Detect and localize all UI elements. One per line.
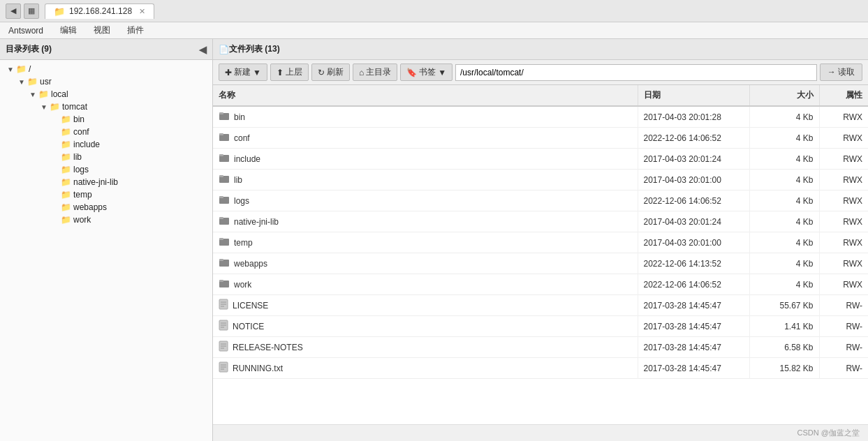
table-row[interactable]: RELEASE-NOTES 2017-03-28 14:45:47 6.58 K… <box>213 337 868 358</box>
cell-attr: RW- <box>819 337 868 358</box>
cell-attr: RW- <box>819 358 868 379</box>
read-label: 读取 <box>838 67 855 77</box>
directory-tree: ▼📁/▼📁usr▼📁local▼📁tomcat▶📁bin▶📁conf▶📁incl… <box>0 60 212 441</box>
folder-icon: 📁 <box>27 77 38 87</box>
refresh-button[interactable]: ↻ 刷新 <box>311 63 350 81</box>
table-row[interactable]: RUNNING.txt 2017-03-28 14:45:47 15.82 Kb… <box>213 358 868 379</box>
cell-size: 4 Kb <box>749 128 819 149</box>
home-button[interactable]: ⌂ 主目录 <box>353 63 397 81</box>
table-row[interactable]: conf 2022-12-06 14:06:52 4 Kb RWX <box>213 128 868 149</box>
cell-name: bin <box>213 106 638 128</box>
folder-icon <box>219 194 230 207</box>
table-row[interactable]: work 2022-12-06 14:06:52 4 Kb RWX <box>213 274 868 295</box>
svg-rect-17 <box>219 280 223 282</box>
table-row[interactable]: NOTICE 2017-03-28 14:45:47 1.41 Kb RW- <box>213 316 868 337</box>
new-arrow-icon: ▼ <box>253 68 261 77</box>
file-name: bin <box>234 112 245 122</box>
table-row[interactable]: lib 2017-04-03 20:01:00 4 Kb RWX <box>213 170 868 190</box>
cell-attr: RWX <box>819 128 868 149</box>
tree-item[interactable]: ▶📁webapps <box>0 201 212 214</box>
tree-item-label: webapps <box>73 202 107 212</box>
tree-item[interactable]: ▼📁local <box>0 88 212 100</box>
tree-item[interactable]: ▶📁work <box>0 214 212 226</box>
cell-date: 2017-04-03 20:01:24 <box>638 149 749 170</box>
tree-item[interactable]: ▼📁usr <box>0 75 212 88</box>
menu-plugin[interactable]: 插件 <box>124 23 147 38</box>
tree-item[interactable]: ▶📁conf <box>0 126 212 138</box>
table-row[interactable]: bin 2017-04-03 20:01:28 4 Kb RWX <box>213 106 868 128</box>
right-panel: 📄 文件列表 (13) ✚ 新建 ▼ ⬆ 上层 ↻ 刷新 ⌂ 主目录 <box>213 39 868 441</box>
menu-edit[interactable]: 编辑 <box>57 23 80 38</box>
cell-name: RELEASE-NOTES <box>213 337 638 358</box>
table-row[interactable]: native-jni-lib 2017-04-03 20:01:24 4 Kb … <box>213 211 868 232</box>
connection-tab[interactable]: 📁 192.168.241.128 ✕ <box>45 3 154 19</box>
new-button[interactable]: ✚ 新建 ▼ <box>219 63 267 81</box>
svg-rect-13 <box>219 238 223 240</box>
tree-item-label: lib <box>73 152 82 162</box>
folder-icon <box>219 257 230 270</box>
path-input[interactable] <box>455 64 817 81</box>
file-panel-header: 📄 文件列表 (13) <box>213 39 868 60</box>
tree-item[interactable]: ▶📁logs <box>0 163 212 176</box>
table-row[interactable]: LICENSE 2017-03-28 14:45:47 55.67 Kb RW- <box>213 295 868 316</box>
cell-name: LICENSE <box>213 295 638 316</box>
cell-size: 1.41 Kb <box>749 316 819 337</box>
folder-icon: 📁 <box>38 89 49 99</box>
folder-icon <box>219 278 230 291</box>
up-icon: ⬆ <box>277 68 284 77</box>
expand-icon[interactable]: ▼ <box>28 89 38 99</box>
folder-icon: 📁 <box>61 165 71 174</box>
plus-icon: ✚ <box>225 68 232 77</box>
cell-date: 2017-03-28 14:45:47 <box>638 337 749 358</box>
up-button[interactable]: ⬆ 上层 <box>270 63 309 81</box>
panel-toggle-button[interactable]: ◀ <box>199 44 207 55</box>
tree-item[interactable]: ▶📁bin <box>0 113 212 126</box>
grid-button[interactable]: ▦ <box>24 3 39 19</box>
menu-view[interactable]: 视图 <box>91 23 113 38</box>
cell-name: lib <box>213 170 638 190</box>
expand-icon[interactable]: ▼ <box>6 64 15 74</box>
tree-item[interactable]: ▶📁temp <box>0 188 212 201</box>
expand-icon[interactable]: ▼ <box>17 77 27 87</box>
folder-icon <box>219 110 230 124</box>
file-name: webapps <box>234 259 267 269</box>
tree-item[interactable]: ▼📁/ <box>0 63 212 75</box>
tree-item-label: / <box>29 64 31 74</box>
svg-rect-11 <box>219 217 223 219</box>
tree-item[interactable]: ▶📁native-jni-lib <box>0 176 212 188</box>
svg-rect-9 <box>219 196 223 198</box>
file-name: work <box>234 280 251 290</box>
cell-date: 2017-03-28 14:45:47 <box>638 358 749 379</box>
cell-date: 2022-12-06 14:06:52 <box>638 274 749 295</box>
tree-item[interactable]: ▼📁tomcat <box>0 100 212 113</box>
cell-size: 4 Kb <box>749 190 819 211</box>
read-button[interactable]: → 读取 <box>820 63 862 81</box>
cell-attr: RWX <box>819 149 868 170</box>
cell-attr: RWX <box>819 232 868 253</box>
folder-icon <box>219 236 230 249</box>
cell-attr: RWX <box>819 274 868 295</box>
table-row[interactable]: temp 2017-04-03 20:01:00 4 Kb RWX <box>213 232 868 253</box>
tree-item[interactable]: ▶📁include <box>0 138 212 151</box>
tree-item[interactable]: ▶📁lib <box>0 151 212 163</box>
bookmark-button[interactable]: 🔖 书签 ▼ <box>400 63 453 81</box>
folder-icon: 📁 <box>61 190 71 200</box>
tree-item-label: usr <box>40 77 52 87</box>
cell-name: webapps <box>213 253 638 274</box>
table-row[interactable]: logs 2022-12-06 14:06:52 4 Kb RWX <box>213 190 868 211</box>
table-row[interactable]: include 2017-04-03 20:01:24 4 Kb RWX <box>213 149 868 170</box>
cell-name: work <box>213 274 638 295</box>
file-icon <box>219 320 228 333</box>
back-button[interactable]: ◀ <box>6 3 21 19</box>
menu-antsword[interactable]: Antsword <box>6 24 46 37</box>
folder-icon: 📁 <box>61 202 71 212</box>
tab-close-button[interactable]: ✕ <box>139 7 145 16</box>
cell-date: 2017-03-28 14:45:47 <box>638 295 749 316</box>
file-table: 名称 日期 大小 属性 bin 2017-04-03 20:01:28 4 Kb… <box>213 85 868 379</box>
expand-icon[interactable]: ▼ <box>39 102 49 112</box>
folder-icon <box>219 131 230 144</box>
cell-attr: RWX <box>819 170 868 190</box>
table-row[interactable]: webapps 2022-12-06 14:13:52 4 Kb RWX <box>213 253 868 274</box>
folder-icon: 📁 <box>16 64 27 74</box>
cell-date: 2017-04-03 20:01:00 <box>638 170 749 190</box>
